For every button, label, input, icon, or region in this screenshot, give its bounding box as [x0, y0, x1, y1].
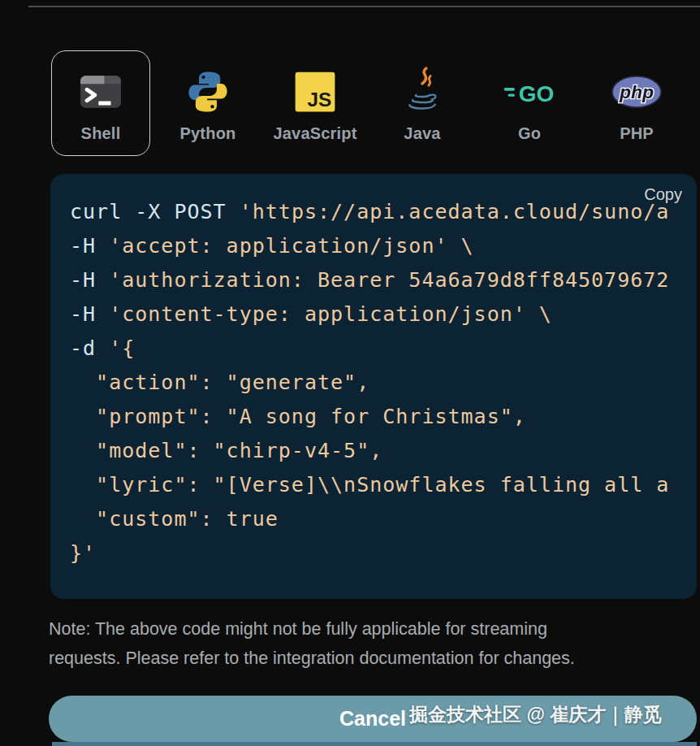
go-icon: GO: [503, 64, 556, 119]
cancel-button[interactable]: Cancel: [49, 696, 697, 742]
php-icon: php: [611, 64, 663, 119]
language-tabs: ShellPythonJSJavaScriptJavaGOGophpPHP: [51, 50, 686, 156]
code-block: Copy curl -X POST 'https://api.acedata.c…: [50, 174, 697, 599]
javascript-icon: JS: [294, 64, 336, 119]
svg-text:JS: JS: [308, 88, 332, 110]
tab-label: Java: [404, 124, 440, 143]
note-line: requests. Please refer to the integratio…: [49, 644, 690, 673]
note-text: Note: The above code might not be fully …: [49, 614, 690, 673]
copy-button[interactable]: Copy: [644, 185, 682, 204]
tab-java[interactable]: Java: [373, 50, 472, 156]
shell-terminal-icon: [77, 64, 124, 119]
tab-javascript[interactable]: JSJavaScript: [266, 50, 365, 156]
tab-label: Go: [518, 124, 541, 143]
tab-python[interactable]: Python: [158, 50, 257, 156]
svg-text:php: php: [619, 81, 654, 102]
note-line: Note: The above code might not be fully …: [49, 614, 690, 644]
java-icon: [402, 64, 443, 119]
tab-label: JavaScript: [273, 124, 356, 143]
svg-text:GO: GO: [519, 80, 555, 106]
top-divider: [28, 6, 700, 7]
tab-label: Shell: [81, 124, 121, 143]
secondary-button-edge: [52, 742, 697, 746]
tab-php[interactable]: phpPHP: [587, 50, 686, 156]
tab-label: Python: [180, 124, 236, 143]
code-content: curl -X POST 'https://api.acedata.cloud/…: [50, 174, 697, 570]
tab-shell[interactable]: Shell: [51, 50, 150, 156]
tab-go[interactable]: GOGo: [480, 50, 579, 156]
tab-label: PHP: [620, 124, 654, 143]
python-icon: [186, 64, 230, 119]
cancel-button-label: Cancel: [339, 707, 406, 731]
